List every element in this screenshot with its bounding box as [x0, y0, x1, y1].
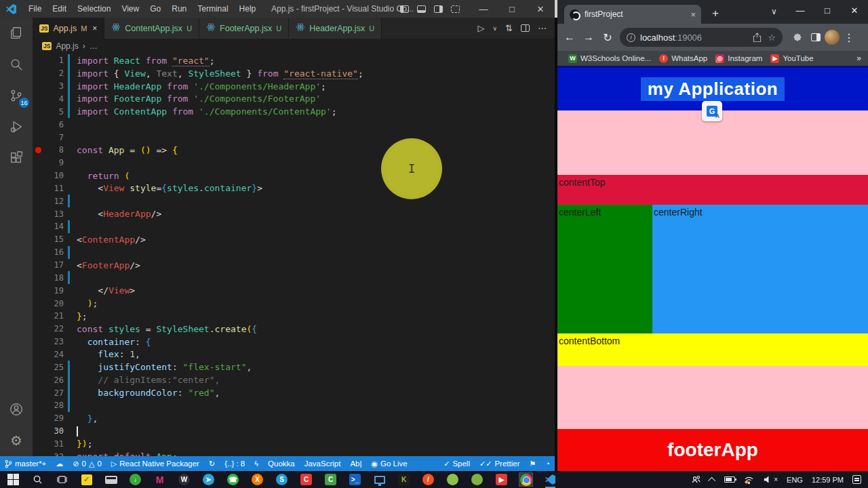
status-ab-[interactable]: Ab|: [345, 456, 366, 471]
android-emulator-icon-2[interactable]: [471, 473, 484, 486]
vscode-icon[interactable]: [544, 473, 557, 486]
c-red-app-icon[interactable]: C: [300, 473, 313, 486]
forward-button[interactable]: →: [579, 28, 598, 47]
m-app-icon[interactable]: M: [153, 473, 166, 486]
chrome-icon[interactable]: [519, 473, 532, 486]
skype-icon[interactable]: S: [275, 473, 288, 486]
km-player-icon[interactable]: K: [397, 473, 410, 486]
start-button[interactable]: [7, 473, 20, 486]
settings-gear-icon[interactable]: ⚙: [0, 425, 33, 456]
google-translate-icon[interactable]: G ᴀ: [702, 101, 722, 121]
status-quokka[interactable]: Quokka: [263, 456, 300, 471]
status-react-native-packager[interactable]: ▷React Native Packager: [106, 456, 204, 471]
wifi-icon[interactable]: [744, 474, 754, 485]
vscode-close-button[interactable]: ✕: [526, 0, 555, 18]
menu-selection[interactable]: Selection: [72, 4, 116, 14]
status-bolt[interactable]: ϟ: [250, 456, 263, 471]
tab-close-icon[interactable]: ×: [690, 9, 696, 20]
editor-tab-app.js[interactable]: JSApp.jsM×: [33, 18, 104, 39]
status--8[interactable]: {..} : 8: [220, 456, 250, 471]
xampp-icon[interactable]: X: [251, 473, 264, 486]
run-dropdown-icon[interactable]: ∨: [493, 25, 498, 32]
w-app-icon[interactable]: W: [178, 473, 191, 486]
menu-help[interactable]: Help: [234, 4, 262, 14]
run-file-button[interactable]: ▷: [478, 23, 485, 33]
bookmarks-overflow-icon[interactable]: »: [856, 54, 868, 63]
toggle-sidebar-icon[interactable]: [400, 5, 409, 13]
whatsapp-icon[interactable]: ☎: [226, 473, 239, 486]
customize-layout-icon[interactable]: [451, 5, 460, 13]
profile-avatar[interactable]: [825, 30, 840, 45]
status-flag[interactable]: ⚑: [524, 456, 540, 471]
battery-icon[interactable]: [724, 476, 735, 483]
bookmark-ig[interactable]: ◎Instagram: [711, 54, 766, 63]
search-icon[interactable]: [0, 49, 33, 80]
task-view-button[interactable]: [56, 473, 68, 486]
editor-tab-footerapp.jsx[interactable]: FooterApp.jsxU: [199, 18, 289, 39]
status-master-[interactable]: master*+: [0, 456, 51, 471]
editor-tab-contentapp.jsx[interactable]: ContentApp.jsxU: [104, 18, 199, 39]
address-bar[interactable]: i localhost:19006 ☆: [620, 28, 783, 47]
explorer-icon[interactable]: [0, 18, 33, 49]
tab-search-icon[interactable]: ∨: [771, 7, 777, 16]
search-button[interactable]: [31, 473, 44, 486]
extensions-puzzle-icon[interactable]: [792, 33, 802, 43]
menu-edit[interactable]: Edit: [47, 4, 72, 14]
tab-close-icon[interactable]: ×: [92, 24, 97, 33]
action-center-icon[interactable]: [852, 475, 861, 484]
breakpoint-gutter[interactable]: [33, 145, 43, 155]
bookmark-w3[interactable]: WW3Schools Online...: [564, 54, 655, 63]
menu-terminal[interactable]: Terminal: [192, 4, 233, 14]
extensions-icon[interactable]: [0, 142, 33, 174]
more-actions-icon[interactable]: ⋯: [538, 23, 547, 33]
bookmark-yt[interactable]: ▶YouTube: [766, 54, 817, 63]
browser-maximize-button[interactable]: □: [814, 0, 841, 20]
orange-app-icon[interactable]: /: [422, 473, 435, 486]
status-prettier[interactable]: ✓✓Prettier: [475, 456, 525, 471]
language-indicator[interactable]: ENG: [787, 476, 803, 484]
menu-go[interactable]: Go: [144, 4, 166, 14]
breadcrumb-more[interactable]: …: [90, 41, 98, 51]
breadcrumb[interactable]: JS App.js › …: [33, 39, 555, 54]
back-button[interactable]: ←: [560, 28, 579, 47]
breadcrumb-file[interactable]: App.js: [56, 41, 78, 51]
touch-keyboard-icon[interactable]: [104, 473, 117, 486]
new-tab-button[interactable]: +: [712, 7, 719, 20]
hidden-icons-chevron[interactable]: [708, 476, 715, 484]
clock[interactable]: 12:59 PM: [812, 476, 844, 484]
split-editor-icon[interactable]: [521, 24, 530, 32]
toggle-secondary-sidebar-icon[interactable]: [434, 5, 443, 13]
status-cloud[interactable]: ☁: [51, 456, 68, 471]
telegram-icon[interactable]: ➤: [202, 473, 215, 486]
menu-run[interactable]: Run: [166, 4, 192, 14]
vscode-minimize-button[interactable]: —: [469, 0, 498, 18]
browser-close-button[interactable]: ✕: [841, 0, 868, 20]
status-sync[interactable]: ↻: [204, 456, 220, 471]
browser-tab-firstproject[interactable]: firstProject ×: [564, 5, 701, 24]
open-changes-icon[interactable]: ⇅: [505, 23, 513, 33]
status-0[interactable]: ⊘0△0: [68, 456, 106, 471]
status-spell[interactable]: ✓Spell: [439, 456, 475, 471]
youtube-app-icon[interactable]: ▶: [495, 473, 508, 486]
run-debug-icon[interactable]: [0, 111, 33, 142]
status-bell[interactable]: ◔: [540, 456, 555, 471]
android-emulator-icon[interactable]: [446, 473, 459, 486]
status-javascript[interactable]: JavaScript: [300, 456, 346, 471]
display-icon[interactable]: [373, 473, 386, 486]
site-info-icon[interactable]: i: [627, 33, 635, 42]
c-green-app-icon[interactable]: C: [324, 473, 337, 486]
share-icon[interactable]: [752, 33, 762, 43]
toggle-panel-icon[interactable]: [417, 5, 426, 13]
reload-button[interactable]: ↻: [598, 28, 617, 47]
bookmark-wa[interactable]: !WhatsApp: [655, 54, 711, 63]
vscode-maximize-button[interactable]: □: [498, 0, 526, 18]
sticky-notes-icon[interactable]: ✓: [80, 473, 93, 486]
side-panel-icon[interactable]: [811, 33, 821, 41]
status-go-live[interactable]: ◉Go Live: [366, 456, 412, 471]
accounts-icon[interactable]: [0, 394, 33, 425]
menu-view[interactable]: View: [116, 4, 144, 14]
source-control-icon[interactable]: 16: [0, 80, 33, 111]
browser-menu-icon[interactable]: ⋮: [840, 28, 859, 47]
breakpoint-dot[interactable]: [35, 147, 41, 153]
code-editor[interactable]: 1import React from "react";2import { Vie…: [33, 54, 555, 456]
